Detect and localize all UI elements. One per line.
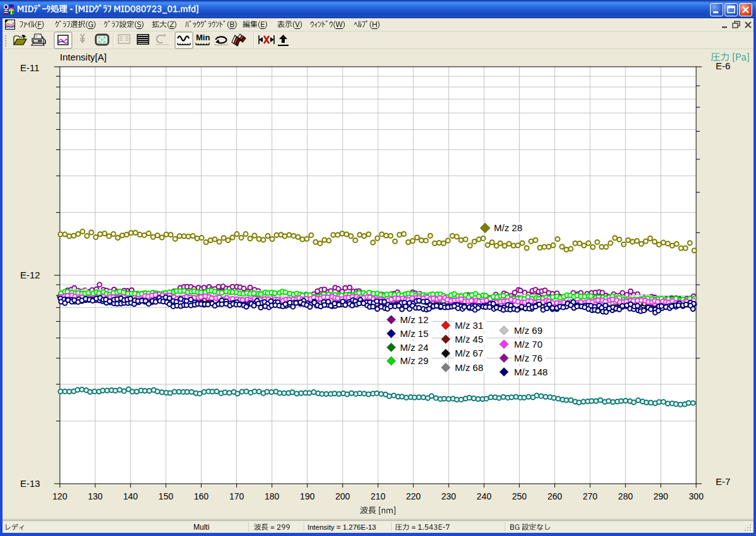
svg-text:230: 230 [442,491,457,501]
svg-text:240: 240 [477,491,492,501]
svg-text:E-7: E-7 [716,476,730,487]
svg-text:130: 130 [88,491,103,501]
svg-text:Multi: Multi [193,523,209,532]
svg-text:Min: Min [196,33,210,42]
svg-text:M/z 15: M/z 15 [400,328,428,339]
svg-text:250: 250 [512,491,527,501]
svg-text:290: 290 [653,491,668,501]
svg-text:270: 270 [583,491,598,501]
svg-text:M/z 24: M/z 24 [400,342,428,353]
svg-text:120: 120 [52,491,67,501]
svg-text:180: 180 [265,491,280,501]
svg-text:M/z 148: M/z 148 [514,367,547,377]
svg-text:E-12: E-12 [20,270,40,280]
svg-text:M/z 67: M/z 67 [455,348,483,358]
svg-text:260: 260 [547,491,563,501]
svg-text:150: 150 [159,491,174,501]
svg-text:M/z 29: M/z 29 [400,355,428,366]
svg-text:170: 170 [229,491,244,501]
svg-text:Intensity = 1.276E-13: Intensity = 1.276E-13 [307,523,376,531]
svg-text:Intensity[A]: Intensity[A] [60,52,106,62]
svg-text:M/z 12: M/z 12 [400,314,428,325]
svg-text:220: 220 [406,491,421,501]
svg-text:M/z 70: M/z 70 [514,339,542,350]
svg-text:M/z 45: M/z 45 [455,334,483,345]
svg-text:E-11: E-11 [20,62,40,73]
svg-text:140: 140 [123,491,139,501]
svg-text:190: 190 [300,491,315,501]
svg-text:280: 280 [618,491,633,501]
svg-text:300: 300 [689,491,704,501]
svg-text:M/z 69: M/z 69 [514,325,542,336]
svg-text:M/z 68: M/z 68 [455,362,483,373]
svg-text:200: 200 [335,491,350,501]
svg-text:M/z 31: M/z 31 [455,320,483,331]
svg-text:M/z 76: M/z 76 [514,353,542,363]
svg-text:210: 210 [370,491,386,501]
svg-text:E-13: E-13 [20,478,40,489]
svg-text:M/z 28: M/z 28 [494,222,522,233]
svg-text:160: 160 [194,491,209,501]
svg-text:E-6: E-6 [716,60,730,71]
